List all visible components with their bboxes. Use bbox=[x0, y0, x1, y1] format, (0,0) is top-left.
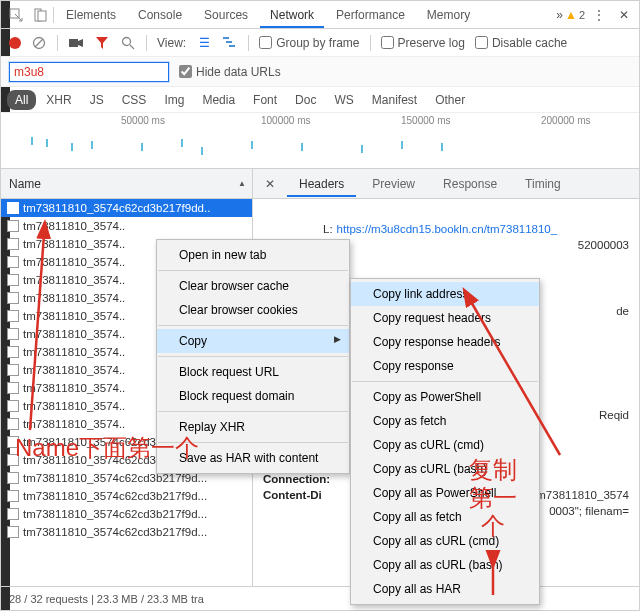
menu-copy-all-curl-bash[interactable]: Copy all as cURL (bash) bbox=[351, 553, 539, 577]
menu-copy-resp-headers[interactable]: Copy response headers bbox=[351, 330, 539, 354]
request-row[interactable]: tm73811810_3574c62cd3b217f9d... bbox=[1, 523, 252, 541]
tab-network[interactable]: Network bbox=[260, 2, 324, 28]
file-icon bbox=[7, 328, 19, 340]
menu-copy-link[interactable]: Copy link address bbox=[351, 282, 539, 306]
request-name: tm73811810_3574.. bbox=[23, 382, 125, 394]
chip-all[interactable]: All bbox=[7, 90, 36, 110]
file-icon bbox=[7, 346, 19, 358]
chip-xhr[interactable]: XHR bbox=[38, 90, 79, 110]
preserve-label: Preserve log bbox=[398, 36, 465, 50]
more-tabs-icon[interactable]: » bbox=[556, 8, 563, 22]
search-icon[interactable] bbox=[120, 35, 136, 51]
menu-copy[interactable]: Copy▶ bbox=[157, 329, 349, 353]
menu-open-new-tab[interactable]: Open in new tab bbox=[157, 243, 349, 267]
tab-response[interactable]: Response bbox=[431, 171, 509, 197]
request-name: tm73811810_3574.. bbox=[23, 292, 125, 304]
request-row[interactable]: tm73811810_3574c62cd3b217f9dd.. bbox=[1, 199, 252, 217]
record-button[interactable] bbox=[9, 37, 21, 49]
camera-icon[interactable] bbox=[68, 35, 84, 51]
menu-divider bbox=[158, 411, 348, 412]
tab-memory[interactable]: Memory bbox=[417, 2, 480, 28]
svg-rect-2 bbox=[38, 11, 46, 21]
request-name: tm73811810_3574c62cd3b217f9d... bbox=[23, 526, 207, 538]
tab-timing[interactable]: Timing bbox=[513, 171, 573, 197]
clear-icon[interactable] bbox=[31, 35, 47, 51]
tab-preview[interactable]: Preview bbox=[360, 171, 427, 197]
chip-font[interactable]: Font bbox=[245, 90, 285, 110]
menu-save-har[interactable]: Save as HAR with content bbox=[157, 446, 349, 470]
menu-block-url[interactable]: Block request URL bbox=[157, 360, 349, 384]
kebab-menu-icon[interactable]: ⋮ bbox=[587, 8, 611, 22]
hdr-val: Reqid bbox=[599, 409, 629, 421]
group-by-frame-checkbox[interactable]: Group by frame bbox=[259, 36, 359, 50]
menu-copy-all-fetch[interactable]: Copy all as fetch bbox=[351, 505, 539, 529]
request-name: tm73811810_3574.. bbox=[23, 256, 125, 268]
request-row[interactable]: tm73811810_3574c62cd3b217f9d... bbox=[1, 487, 252, 505]
filter-input[interactable] bbox=[9, 62, 169, 82]
chip-other[interactable]: Other bbox=[427, 90, 473, 110]
chip-css[interactable]: CSS bbox=[114, 90, 155, 110]
filter-icon[interactable] bbox=[94, 35, 110, 51]
tab-headers[interactable]: Headers bbox=[287, 171, 356, 197]
file-icon bbox=[7, 418, 19, 430]
file-icon bbox=[7, 238, 19, 250]
menu-copy-all-curl-cmd[interactable]: Copy all as cURL (cmd) bbox=[351, 529, 539, 553]
chip-media[interactable]: Media bbox=[194, 90, 243, 110]
chip-doc[interactable]: Doc bbox=[287, 90, 324, 110]
menu-divider bbox=[158, 356, 348, 357]
tab-sources[interactable]: Sources bbox=[194, 2, 258, 28]
chip-manifest[interactable]: Manifest bbox=[364, 90, 425, 110]
svg-line-4 bbox=[35, 39, 43, 47]
preserve-log-checkbox[interactable]: Preserve log bbox=[381, 36, 465, 50]
menu-divider bbox=[158, 442, 348, 443]
name-column-header[interactable]: Name▲ bbox=[1, 169, 252, 199]
large-rows-icon[interactable]: ☰ bbox=[196, 35, 212, 51]
menu-copy-curl-cmd[interactable]: Copy as cURL (cmd) bbox=[351, 433, 539, 457]
menu-clear-cache[interactable]: Clear browser cache bbox=[157, 274, 349, 298]
file-icon bbox=[7, 274, 19, 286]
request-url[interactable]: https://m3u8cdn15.bookln.cn/tm73811810_ bbox=[337, 223, 558, 235]
status-text: 28 / 32 requests | 23.3 MB / 23.3 MB tra bbox=[9, 593, 204, 605]
svg-rect-9 bbox=[226, 41, 232, 43]
chip-img[interactable]: Img bbox=[156, 90, 192, 110]
file-icon bbox=[7, 400, 19, 412]
inspect-icon[interactable] bbox=[5, 4, 27, 26]
disable-cache-checkbox[interactable]: Disable cache bbox=[475, 36, 567, 50]
waterfall-icon[interactable] bbox=[222, 35, 238, 51]
file-icon bbox=[7, 310, 19, 322]
menu-copy-all-powershell[interactable]: Copy all as PowerShell bbox=[351, 481, 539, 505]
hide-data-urls-checkbox[interactable]: Hide data URLs bbox=[179, 65, 281, 79]
warnings-badge[interactable]: ▲ 2 bbox=[565, 8, 585, 22]
divider bbox=[57, 35, 58, 51]
menu-copy-curl-bash[interactable]: Copy as cURL (bash) bbox=[351, 457, 539, 481]
tab-elements[interactable]: Elements bbox=[56, 2, 126, 28]
file-icon bbox=[7, 256, 19, 268]
request-name: tm73811810_3574.. bbox=[23, 328, 125, 340]
device-icon[interactable] bbox=[29, 4, 51, 26]
chip-js[interactable]: JS bbox=[82, 90, 112, 110]
menu-copy-response[interactable]: Copy response bbox=[351, 354, 539, 378]
tab-performance[interactable]: Performance bbox=[326, 2, 415, 28]
waterfall-overview[interactable]: 50000 ms 100000 ms 150000 ms 200000 ms bbox=[1, 113, 639, 169]
tab-console[interactable]: Console bbox=[128, 2, 192, 28]
request-row[interactable]: tm73811810_3574c62cd3b217f9d... bbox=[1, 505, 252, 523]
svg-point-6 bbox=[123, 37, 131, 45]
divider bbox=[248, 35, 249, 51]
menu-copy-powershell[interactable]: Copy as PowerShell bbox=[351, 385, 539, 409]
menu-copy-all-har[interactable]: Copy all as HAR bbox=[351, 577, 539, 601]
request-name: tm73811810_3574c62cd3b217f9d... bbox=[23, 508, 207, 520]
sort-indicator-icon: ▲ bbox=[238, 179, 246, 188]
close-detail-icon[interactable]: ✕ bbox=[257, 177, 283, 191]
menu-copy-req-headers[interactable]: Copy request headers bbox=[351, 306, 539, 330]
url-tail: 52000003 bbox=[578, 239, 629, 251]
request-row[interactable]: tm73811810_3574.. bbox=[1, 217, 252, 235]
menu-clear-cookies[interactable]: Clear browser cookies bbox=[157, 298, 349, 322]
menu-divider bbox=[158, 325, 348, 326]
main-tabstrip: Elements Console Sources Network Perform… bbox=[1, 1, 639, 29]
menu-block-domain[interactable]: Block request domain bbox=[157, 384, 349, 408]
close-devtools-icon[interactable]: ✕ bbox=[613, 8, 635, 22]
menu-copy-fetch[interactable]: Copy as fetch bbox=[351, 409, 539, 433]
wf-tick: 150000 ms bbox=[401, 115, 450, 126]
chip-ws[interactable]: WS bbox=[326, 90, 361, 110]
menu-replay-xhr[interactable]: Replay XHR bbox=[157, 415, 349, 439]
